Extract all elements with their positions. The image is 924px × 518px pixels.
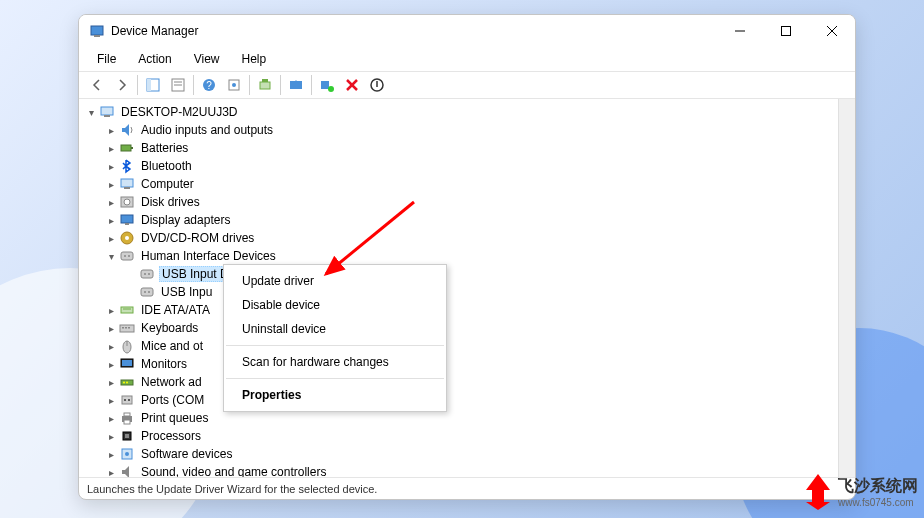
disable-button[interactable] bbox=[365, 73, 389, 97]
tree-item[interactable]: Disk drives bbox=[79, 193, 838, 211]
tree-item[interactable]: DVD/CD-ROM drives bbox=[79, 229, 838, 247]
expand-icon[interactable] bbox=[103, 305, 119, 316]
keyboard-icon bbox=[119, 320, 135, 336]
show-hide-tree-button[interactable] bbox=[141, 73, 165, 97]
svg-point-40 bbox=[148, 273, 150, 275]
tree-item[interactable]: USB Input Device bbox=[79, 265, 838, 283]
battery-icon bbox=[119, 140, 135, 156]
vertical-scrollbar[interactable] bbox=[838, 99, 855, 477]
tree-item[interactable]: Ports (COM bbox=[79, 391, 838, 409]
ctx-update-driver[interactable]: Update driver bbox=[224, 269, 446, 293]
expand-icon[interactable] bbox=[103, 197, 119, 208]
svg-rect-23 bbox=[101, 107, 113, 115]
svg-rect-16 bbox=[262, 79, 268, 82]
expand-icon[interactable] bbox=[103, 359, 119, 370]
enable-button[interactable] bbox=[315, 73, 339, 97]
expand-icon[interactable] bbox=[103, 233, 119, 244]
expand-icon[interactable] bbox=[103, 161, 119, 172]
back-button[interactable] bbox=[85, 73, 109, 97]
tree-item[interactable]: Print queues bbox=[79, 409, 838, 427]
svg-rect-3 bbox=[782, 27, 791, 36]
svg-rect-62 bbox=[124, 420, 130, 424]
svg-text:?: ? bbox=[206, 80, 212, 91]
tree-item[interactable]: Processors bbox=[79, 427, 838, 445]
tree-root[interactable]: DESKTOP-M2UUJ3D bbox=[79, 103, 838, 121]
close-button[interactable] bbox=[809, 15, 855, 47]
properties-button[interactable] bbox=[166, 73, 190, 97]
tree-item[interactable]: Display adapters bbox=[79, 211, 838, 229]
device-manager-window: Device Manager File Action View Help ? D… bbox=[78, 14, 856, 500]
tree-item[interactable]: Sound, video and game controllers bbox=[79, 463, 838, 477]
expand-icon[interactable] bbox=[103, 323, 119, 334]
tree-item-label: Disk drives bbox=[139, 195, 202, 209]
software-icon bbox=[119, 446, 135, 462]
expand-icon[interactable] bbox=[103, 377, 119, 388]
expand-icon[interactable] bbox=[103, 449, 119, 460]
tree-item[interactable]: Audio inputs and outputs bbox=[79, 121, 838, 139]
maximize-button[interactable] bbox=[763, 15, 809, 47]
tree-item[interactable]: Mice and ot bbox=[79, 337, 838, 355]
tree-item[interactable]: Network ad bbox=[79, 373, 838, 391]
ctx-scan-hardware[interactable]: Scan for hardware changes bbox=[224, 350, 446, 374]
computer-icon bbox=[99, 104, 115, 120]
tree-item-label: Bluetooth bbox=[139, 159, 194, 173]
help-button[interactable]: ? bbox=[197, 73, 221, 97]
monitor-icon bbox=[119, 356, 135, 372]
tree-item[interactable]: Batteries bbox=[79, 139, 838, 157]
tree-item[interactable]: Human Interface Devices bbox=[79, 247, 838, 265]
tree-item[interactable]: Keyboards bbox=[79, 319, 838, 337]
context-menu: Update driver Disable device Uninstall d… bbox=[223, 264, 447, 412]
update-driver-button[interactable] bbox=[284, 73, 308, 97]
tree-item[interactable]: Software devices bbox=[79, 445, 838, 463]
svg-rect-27 bbox=[121, 179, 133, 187]
titlebar: Device Manager bbox=[79, 15, 855, 47]
expand-icon[interactable] bbox=[103, 125, 119, 136]
action-button[interactable] bbox=[222, 73, 246, 97]
status-text: Launches the Update Driver Wizard for th… bbox=[87, 483, 377, 495]
tree-item-label: Batteries bbox=[139, 141, 190, 155]
ctx-uninstall-device[interactable]: Uninstall device bbox=[224, 317, 446, 341]
menu-view[interactable]: View bbox=[184, 50, 230, 68]
tree-item[interactable]: IDE ATA/ATA bbox=[79, 301, 838, 319]
display-icon bbox=[119, 212, 135, 228]
hid-icon bbox=[139, 284, 155, 300]
ctx-properties[interactable]: Properties bbox=[224, 383, 446, 407]
expand-icon[interactable] bbox=[103, 467, 119, 478]
statusbar: Launches the Update Driver Wizard for th… bbox=[79, 477, 855, 499]
tree-item[interactable]: Bluetooth bbox=[79, 157, 838, 175]
expand-icon[interactable] bbox=[103, 395, 119, 406]
tree-item-label: Audio inputs and outputs bbox=[139, 123, 275, 137]
printer-icon bbox=[119, 410, 135, 426]
device-tree[interactable]: DESKTOP-M2UUJ3DAudio inputs and outputsB… bbox=[79, 99, 838, 477]
uninstall-button[interactable] bbox=[340, 73, 364, 97]
expand-icon[interactable] bbox=[103, 251, 119, 262]
expand-icon[interactable] bbox=[103, 179, 119, 190]
svg-point-43 bbox=[148, 291, 150, 293]
svg-point-39 bbox=[144, 273, 146, 275]
expand-icon[interactable] bbox=[103, 413, 119, 424]
tree-item[interactable]: Computer bbox=[79, 175, 838, 193]
computer-icon bbox=[119, 176, 135, 192]
expand-icon[interactable] bbox=[103, 215, 119, 226]
svg-rect-24 bbox=[104, 115, 110, 117]
ctx-disable-device[interactable]: Disable device bbox=[224, 293, 446, 317]
expand-icon[interactable] bbox=[103, 431, 119, 442]
toolbar: ? bbox=[79, 71, 855, 99]
forward-button[interactable] bbox=[110, 73, 134, 97]
tree-item[interactable]: USB Inpu bbox=[79, 283, 838, 301]
svg-rect-57 bbox=[122, 396, 132, 404]
tree-item-label: Display adapters bbox=[139, 213, 232, 227]
expand-icon[interactable] bbox=[103, 143, 119, 154]
svg-rect-7 bbox=[147, 79, 151, 91]
svg-point-14 bbox=[232, 83, 236, 87]
expand-icon[interactable] bbox=[103, 341, 119, 352]
expand-icon[interactable] bbox=[83, 107, 99, 118]
app-icon bbox=[89, 23, 105, 39]
menu-file[interactable]: File bbox=[87, 50, 126, 68]
tree-item[interactable]: Monitors bbox=[79, 355, 838, 373]
menu-action[interactable]: Action bbox=[128, 50, 181, 68]
menu-help[interactable]: Help bbox=[232, 50, 277, 68]
svg-point-34 bbox=[125, 236, 129, 240]
minimize-button[interactable] bbox=[717, 15, 763, 47]
scan-hardware-button[interactable] bbox=[253, 73, 277, 97]
